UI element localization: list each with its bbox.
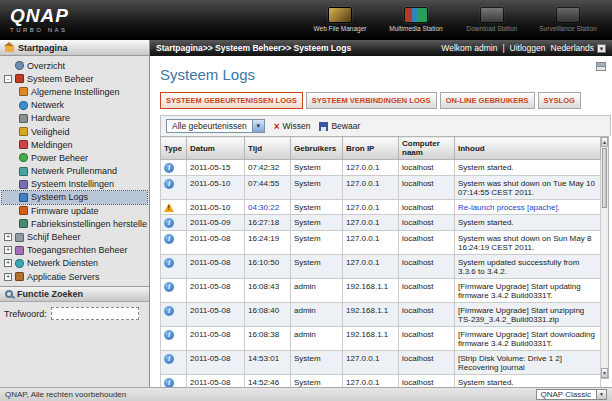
- sidebar-item-label: Netwerk Prullenmand: [31, 166, 117, 176]
- tab-systeem-gebeurtenissen-logs[interactable]: SYSTEEM GEBEURTENISSEN LOGS: [160, 92, 303, 109]
- sidebar-item-label: Meldingen: [31, 140, 73, 150]
- tab-online-gebruikers[interactable]: ON-LINE GEBRUIKERS: [440, 92, 535, 109]
- event-filter-value: Alle gebeurtenissen: [167, 120, 252, 132]
- collapse-node-icon[interactable]: -: [4, 75, 12, 83]
- sidebar-item-label: Overzicht: [27, 61, 65, 71]
- expand-node-icon[interactable]: +: [4, 233, 12, 241]
- log-row[interactable]: i2011-05-0816:10:50System127.0.0.1localh…: [161, 255, 601, 279]
- log-row[interactable]: i2011-05-0816:08:38admin192.168.1.1local…: [161, 327, 601, 351]
- app-label: Web File Manager: [314, 25, 367, 32]
- language-select[interactable]: Nederlands ▼: [551, 43, 606, 53]
- chevron-down-icon[interactable]: ▼: [252, 120, 264, 132]
- keyword-label: Trefwoord:: [4, 309, 47, 319]
- sidebar-item-veiligheid[interactable]: Veiligheid: [2, 125, 147, 138]
- log-row[interactable]: i2011-05-0916:27:18System127.0.0.1localh…: [161, 215, 601, 231]
- sidebar-header[interactable]: Startpagina: [0, 40, 150, 56]
- hardware-icon: [19, 114, 28, 123]
- info-icon: i: [164, 234, 174, 244]
- log-row[interactable]: i2011-05-0814:52:46System127.0.0.1localh…: [161, 375, 601, 388]
- application-servers-icon: [15, 272, 24, 281]
- cell-tijd: 16:08:38: [245, 327, 291, 351]
- multimedia-station-shortcut[interactable]: Multimedia Station: [380, 7, 452, 32]
- app-label: Multimedia Station: [389, 25, 442, 32]
- expand-node-icon[interactable]: +: [4, 273, 12, 281]
- column-header-datum: Datum: [187, 137, 245, 160]
- tab-systeem-verbindingen-logs[interactable]: SYSTEEM VERBINDINGEN LOGS: [306, 92, 437, 109]
- sidebar-item-label: Fabrieksinstellingen herstellen: [31, 219, 147, 229]
- save-label: Bewaar: [331, 121, 360, 131]
- sidebar-item-algemene-instellingen[interactable]: Algemene Instellingen: [2, 85, 147, 98]
- cell-type: i: [161, 215, 187, 231]
- save-button[interactable]: Bewaar: [319, 121, 360, 131]
- keyword-input[interactable]: [51, 307, 139, 320]
- download-station-icon: [480, 7, 504, 23]
- welcome-text: Welkom admin: [441, 43, 497, 53]
- scrollbar-track[interactable]: [601, 209, 608, 368]
- sidebar-item-hardware[interactable]: Hardware: [2, 112, 147, 125]
- log-table-wrap: TypeDatumTijdGebruikersBron IPComputer n…: [160, 136, 606, 387]
- sidebar-item-power-beheer[interactable]: Power Beheer: [2, 151, 147, 164]
- cell-tijd: 16:10:50: [245, 255, 291, 279]
- sidebar-item-label: Netwerk Diensten: [27, 258, 98, 268]
- collapse-panel-icon[interactable]: [596, 62, 606, 71]
- tab-syslog[interactable]: SYSLOG: [538, 92, 581, 109]
- sidebar-item-meldingen[interactable]: Meldingen: [2, 138, 147, 151]
- cell-datum: 2011-05-08: [187, 303, 245, 327]
- logout-link[interactable]: Uitloggen: [510, 43, 546, 53]
- log-row[interactable]: 2011-05-1004:30:22System127.0.0.1localho…: [161, 200, 601, 215]
- info-icon: i: [164, 179, 174, 189]
- sidebar-item-schijf-beheer[interactable]: +Schijf Beheer: [2, 230, 147, 243]
- log-row[interactable]: i2011-05-0816:08:40admin192.168.1.1local…: [161, 303, 601, 327]
- cell-inhoud: System was shut down on Tue May 10 07:14…: [455, 176, 601, 200]
- event-filter-dropdown[interactable]: Alle gebeurtenissen ▼: [166, 119, 265, 133]
- expand-node-icon[interactable]: +: [4, 259, 12, 267]
- save-disk-icon: [319, 122, 328, 131]
- clear-button[interactable]: × Wissen: [274, 121, 311, 131]
- log-row[interactable]: i2011-05-0816:24:19System127.0.0.1localh…: [161, 231, 601, 255]
- sidebar-item-systeem-logs[interactable]: Systeem Logs: [2, 191, 147, 204]
- warning-icon: [164, 203, 174, 212]
- home-icon: [5, 46, 14, 52]
- separator: |: [502, 43, 504, 53]
- sidebar-item-applicatie-servers[interactable]: +Applicatie Servers: [2, 270, 147, 283]
- cell-bron-ip: 127.0.0.1: [343, 160, 399, 176]
- cell-computer-naam: localhost: [399, 215, 455, 231]
- cell-inhoud: [Firmware Upgrade] Start downloading fir…: [455, 327, 601, 351]
- table-scrollbar[interactable]: ▲ ▼: [601, 136, 609, 379]
- cell-type: i: [161, 303, 187, 327]
- sidebar-item-netwerk-diensten[interactable]: +Netwerk Diensten: [2, 257, 147, 270]
- sidebar-item-systeem-beheer[interactable]: -Systeem Beheer: [2, 72, 147, 85]
- cell-gebruikers: System: [291, 255, 343, 279]
- sidebar-item-overzicht[interactable]: Overzicht: [2, 59, 147, 72]
- clear-icon: ×: [274, 122, 280, 131]
- sidebar-tree: Overzicht-Systeem BeheerAlgemene Instell…: [0, 56, 149, 286]
- cell-bron-ip: 192.168.1.1: [343, 327, 399, 351]
- cell-gebruikers: admin: [291, 327, 343, 351]
- download-station-shortcut[interactable]: Download Station: [456, 7, 528, 32]
- log-row[interactable]: i2011-05-1507:42:32System127.0.0.1localh…: [161, 160, 601, 176]
- log-row[interactable]: i2011-05-1007:44:55System127.0.0.1localh…: [161, 176, 601, 200]
- copyright-text: QNAP, Alle rechten voorbehouden: [5, 390, 126, 399]
- info-icon: i: [164, 330, 174, 340]
- sidebar-item-systeem-instellingen[interactable]: Systeem Instellingen: [2, 178, 147, 191]
- sidebar-item-netwerk[interactable]: Netwerk: [2, 99, 147, 112]
- log-row[interactable]: i2011-05-0816:08:43admin192.168.1.1local…: [161, 279, 601, 303]
- sidebar-item-fabrieksinstellingen-herstellen[interactable]: Fabrieksinstellingen herstellen: [2, 217, 147, 230]
- cell-inhoud: System started.: [455, 160, 601, 176]
- expand-node-icon[interactable]: +: [4, 246, 12, 254]
- theme-select[interactable]: QNAP Classic ▼: [536, 389, 607, 400]
- sidebar-item-toegangsrechten-beheer[interactable]: +Toegangsrechten Beheer: [2, 244, 147, 257]
- scroll-up-icon[interactable]: ▲: [601, 137, 608, 147]
- surveillance-station-shortcut[interactable]: Surveillance Station: [532, 7, 604, 32]
- language-value: Nederlands: [551, 43, 594, 53]
- scrollbar-thumb[interactable]: [602, 148, 607, 208]
- sidebar-item-firmware-update[interactable]: Firmware update: [2, 204, 147, 217]
- scroll-down-icon[interactable]: ▼: [601, 368, 608, 378]
- log-row[interactable]: i2011-05-0814:53:01System127.0.0.1localh…: [161, 351, 601, 375]
- sidebar-header-label: Startpagina: [18, 43, 68, 53]
- cell-inhoud: System started.: [455, 375, 601, 388]
- cell-gebruikers: System: [291, 375, 343, 388]
- cell-bron-ip: 127.0.0.1: [343, 176, 399, 200]
- web-file-manager-shortcut[interactable]: Web File Manager: [304, 7, 376, 32]
- sidebar-item-netwerk-prullenmand[interactable]: Netwerk Prullenmand: [2, 165, 147, 178]
